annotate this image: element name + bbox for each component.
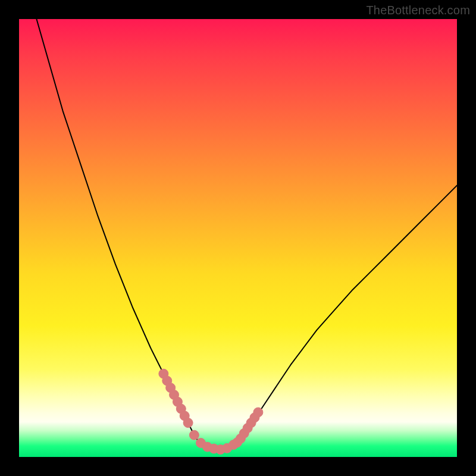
curve-left-branch	[36, 19, 198, 441]
plot-area	[19, 19, 457, 457]
marker-dot	[253, 408, 263, 417]
chart-frame: TheBottleneck.com	[0, 0, 476, 476]
curve-right-branch	[238, 186, 457, 442]
marker-dot	[183, 418, 193, 428]
marker-group	[159, 369, 263, 454]
marker-dot	[189, 430, 199, 440]
watermark-text: TheBottleneck.com	[366, 4, 470, 17]
chart-svg	[19, 19, 457, 457]
